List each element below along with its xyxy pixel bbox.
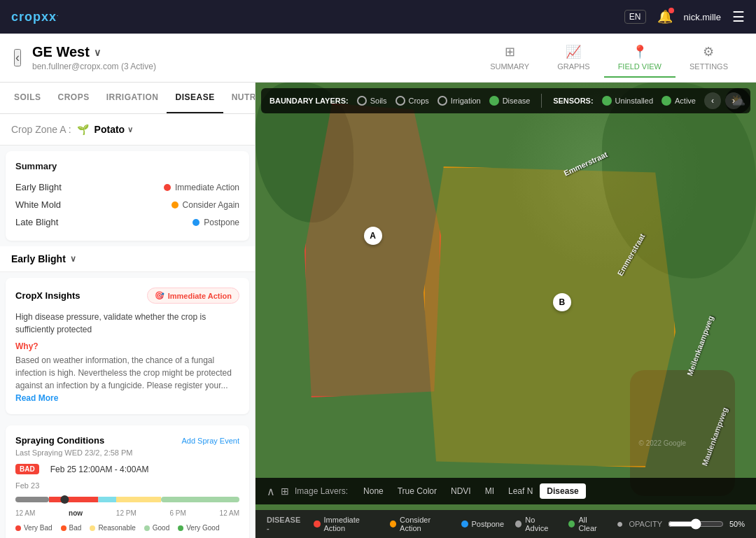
sub-tab-soils[interactable]: SOILS: [6, 83, 50, 113]
postpone-dot: [461, 521, 468, 528]
why-text: Based on weather information, the chance…: [15, 354, 239, 404]
layer-true-color-button[interactable]: True Color: [391, 483, 444, 499]
opacity-slider[interactable]: [668, 518, 724, 530]
no-advice-dot: [515, 521, 522, 528]
irrigation-radio: [438, 96, 447, 106]
read-more-link[interactable]: Read More: [15, 393, 58, 403]
map-canvas[interactable]: A B Emmerstraat Emmerstraat Meilenkaampw…: [255, 83, 756, 538]
summary-row-late-blight: Late Blight Postpone: [15, 213, 239, 231]
notifications-button[interactable]: 🔔: [657, 9, 673, 24]
time-label-6pm: 6 PM: [170, 509, 186, 517]
disease-consider-action: Consider Action: [390, 516, 450, 532]
timeline-labels: 12 AM now 12 PM 6 PM 12 AM: [15, 509, 239, 517]
crop-zone-selector: Crop Zone A : 🌱 Potato ∨: [0, 114, 255, 146]
divider: [541, 94, 542, 108]
bad-dot: [61, 525, 66, 531]
sub-tab-crops[interactable]: CROPS: [50, 83, 98, 113]
logo: cropxx.: [11, 10, 59, 24]
field-a-label: A: [364, 227, 382, 245]
timeline-row: Feb 23 12 AM now 12 PM 6 PM: [15, 481, 239, 517]
time-label-12pm: 12 PM: [116, 509, 136, 517]
field-b-overlay: B: [424, 167, 676, 467]
field-a-overlay: A: [304, 104, 441, 397]
uninstalled-radio: [602, 96, 612, 106]
summary-title: Summary: [15, 161, 239, 171]
boundary-soils[interactable]: Soils: [357, 96, 387, 106]
boundary-crops[interactable]: Crops: [396, 96, 429, 106]
layer-disease-button[interactable]: Disease: [540, 483, 585, 499]
legend-very-bad: Very Bad: [15, 524, 52, 532]
disease-boundary-text: Disease: [503, 97, 531, 105]
opacity-control: ● OPACITY 50%: [617, 518, 745, 530]
consider-again-label: Consider Again: [183, 200, 239, 210]
crop-chevron-icon: ∨: [127, 125, 133, 134]
svg-rect-0: [15, 497, 49, 502]
time-label-12am2: 12 AM: [220, 509, 239, 517]
very-bad-dot: [15, 525, 21, 531]
sensor-uninstalled[interactable]: Uninstalled: [602, 96, 653, 106]
expand-map-button[interactable]: ∧: [267, 485, 275, 498]
soils-radio: [357, 96, 367, 106]
cropx-insights-section: CropX Insights 🎯 Immediate Action High d…: [6, 278, 249, 414]
irrigation-boundary-text: Irrigation: [451, 97, 481, 105]
spraying-title: Spraying Conditions: [15, 435, 104, 446]
tab-summary[interactable]: ⊞ SUMMARY: [476, 38, 543, 78]
boundary-layers-label: BAUNDARY LAYERS:: [270, 97, 349, 105]
main-content: SOILS CROPS IRRIGATION DISEASE NUTRITION…: [0, 83, 756, 538]
good-dot: [144, 525, 150, 531]
username-label: nick.mille: [684, 12, 721, 22]
layer-ndvi-button[interactable]: NDVI: [444, 483, 478, 499]
opacity-icon: ●: [617, 518, 624, 530]
layer-mi-button[interactable]: MI: [478, 483, 501, 499]
farm-name: GE West ∨: [32, 44, 476, 60]
crop-select[interactable]: Potato ∨: [94, 124, 134, 135]
sub-tab-nutrition[interactable]: NUTRITION: [223, 83, 255, 113]
uninstalled-text: Uninstalled: [615, 97, 653, 105]
boundary-irrigation[interactable]: Irrigation: [438, 96, 481, 106]
tab-field-view[interactable]: 📍 FIELD VIEW: [604, 38, 676, 78]
soils-boundary-text: Soils: [370, 97, 387, 105]
bad-badge: BAD: [15, 464, 39, 474]
blue-dot-icon: [192, 219, 200, 226]
timeline-track: [15, 494, 239, 505]
svg-rect-3: [116, 497, 161, 502]
active-radio: [662, 96, 671, 106]
add-spray-event-link[interactable]: Add Spray Event: [181, 437, 239, 445]
back-button[interactable]: ‹: [14, 49, 21, 66]
crop-icon: 🌱: [77, 124, 89, 135]
tab-settings[interactable]: ⚙ SETTINGS: [676, 38, 742, 78]
early-blight-section-header[interactable]: Early Blight ∨: [0, 246, 255, 272]
boundary-prev-button[interactable]: ‹: [704, 92, 721, 109]
late-blight-disease: Late Blight: [15, 217, 58, 227]
summary-row-white-mold: White Mold Consider Again: [15, 196, 239, 213]
language-button[interactable]: EN: [624, 10, 646, 24]
farm-name-chevron[interactable]: ∨: [94, 47, 101, 58]
legend-bad: Bad: [61, 524, 82, 532]
early-blight-status: Immediate Action: [164, 183, 239, 192]
boundary-next-button[interactable]: ›: [725, 92, 742, 109]
layer-leaf-n-button[interactable]: Leaf N: [501, 483, 540, 499]
summary-row-early-blight: Early Blight Immediate Action: [15, 178, 239, 196]
svg-point-5: [60, 495, 69, 504]
legend-good: Good: [144, 524, 169, 532]
all-clear-dot: [568, 521, 575, 528]
graphs-icon: 📈: [566, 44, 581, 59]
farm-email: ben.fullner@cropx.com (3 Active): [32, 62, 476, 71]
consider-action-dot: [390, 521, 396, 528]
menu-button[interactable]: ☰: [732, 8, 745, 25]
layers-icon: ⊞: [281, 486, 289, 497]
notification-dot: [668, 8, 674, 13]
disease-radio: [489, 96, 499, 106]
summary-icon: ⊞: [505, 44, 515, 59]
layer-none-button[interactable]: None: [356, 483, 391, 499]
sub-tab-irrigation[interactable]: IRRIGATION: [98, 83, 167, 113]
opacity-value: 50%: [729, 520, 745, 528]
white-mold-disease: White Mold: [15, 199, 61, 210]
boundary-disease[interactable]: Disease: [489, 96, 531, 106]
tab-graphs[interactable]: 📈 GRAPHS: [543, 38, 603, 78]
sensor-active[interactable]: Active: [662, 96, 696, 106]
immediate-action-dot: [314, 521, 320, 528]
why-label: Why?: [15, 341, 239, 351]
sub-tab-disease[interactable]: DISEASE: [167, 83, 223, 113]
spray-period-row: BAD Feb 25 12:00AM - 4:00AM: [15, 464, 239, 474]
